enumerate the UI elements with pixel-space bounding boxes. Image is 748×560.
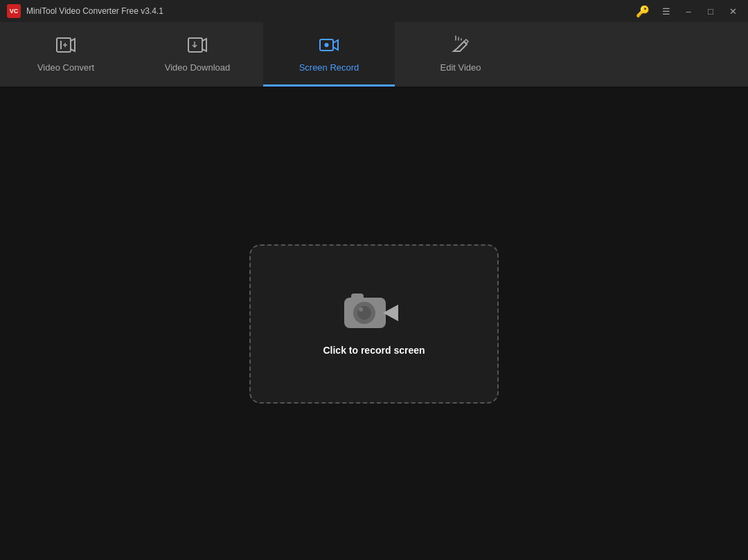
video-download-icon	[187, 35, 208, 58]
svg-rect-1	[188, 38, 202, 52]
video-convert-icon	[55, 35, 76, 58]
tab-video-convert[interactable]: Video Convert	[0, 22, 132, 87]
close-button[interactable]: ✕	[723, 4, 742, 18]
maximize-button[interactable]: □	[701, 4, 720, 18]
title-bar: VC MiniTool Video Converter Free v3.4.1 …	[0, 0, 748, 22]
menu-icon: ☰	[662, 6, 670, 17]
tab-edit-video[interactable]: Edit Video	[395, 22, 526, 87]
tab-video-download[interactable]: Video Download	[132, 22, 263, 87]
title-bar-controls: 🔑 ☰ – □ ✕	[636, 4, 742, 18]
tab-video-convert-label: Video Convert	[37, 62, 94, 73]
maximize-icon: □	[708, 6, 713, 17]
tab-screen-record[interactable]: Screen Record	[263, 22, 395, 87]
svg-point-9	[359, 307, 363, 311]
tab-screen-record-label: Screen Record	[299, 62, 359, 73]
nav-tabs: Video Convert Video Download Screen Reco…	[0, 22, 748, 88]
app-title: MiniTool Video Converter Free v3.4.1	[26, 6, 163, 16]
edit-video-icon	[450, 35, 471, 58]
main-content: Click to record screen	[0, 88, 748, 560]
tab-video-download-label: Video Download	[165, 62, 230, 73]
menu-button[interactable]: ☰	[657, 4, 676, 18]
minimize-icon: –	[686, 6, 691, 17]
record-prompt-label: Click to record screen	[323, 345, 425, 356]
screen-record-icon	[319, 35, 339, 58]
key-icon[interactable]: 🔑	[636, 5, 650, 18]
title-bar-left: VC MiniTool Video Converter Free v3.4.1	[7, 4, 163, 18]
svg-rect-7	[351, 293, 364, 300]
tab-edit-video-label: Edit Video	[440, 62, 481, 73]
close-icon: ✕	[729, 6, 737, 17]
record-screen-area[interactable]: Click to record screen	[249, 244, 499, 404]
minimize-button[interactable]: –	[679, 4, 698, 18]
record-camera-icon	[343, 292, 405, 334]
app-logo: VC	[7, 4, 21, 18]
svg-point-3	[325, 43, 329, 47]
